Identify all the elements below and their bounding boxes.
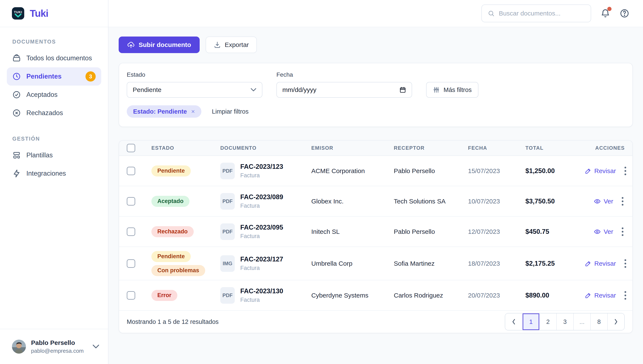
bolt-icon [12,169,21,178]
pagination: 1 2 3 ... 8 [505,313,625,330]
row-checkbox[interactable] [127,228,135,236]
revisar-button[interactable]: Revisar [585,167,616,174]
action-label: Revisar [594,167,616,174]
active-filter-chip[interactable]: Estado: Pendiente × [127,105,201,118]
template-icon [12,151,21,160]
action-label: Ver [604,228,613,235]
sidebar-item-integraciones[interactable]: Integraciones [7,164,101,183]
sidebar-item-label: Rechazados [26,109,63,117]
page-button-1[interactable]: 1 [522,314,539,330]
section-title-gestion: GESTIÓN [7,132,101,146]
pending-count-badge: 3 [86,71,96,82]
page-button-2[interactable]: 2 [539,314,556,330]
doc-id: FAC-2023/127 [240,256,283,263]
brand-header: TUKI Tuki [0,0,108,27]
col-receptor: RECEPTOR [394,145,468,151]
fecha-date-input[interactable]: mm/dd/yyyy [276,82,412,98]
more-filters-label: Más filtros [444,86,472,94]
fecha-cell: 15/07/2023 [468,167,525,174]
main-column: Subir documento Exportar Estado Pendient… [108,0,643,364]
select-all-checkbox[interactable] [127,144,135,152]
sidebar-item-plantillas[interactable]: Plantillas [7,146,101,164]
upload-button-label: Subir documento [139,41,191,48]
status-badge: Aceptado [151,196,189,207]
toolbar: Subir documento Exportar [119,36,633,53]
app-root: TUKI Tuki DOCUMENTOS Todos los documento… [0,0,643,364]
x-circle-icon [12,109,21,117]
file-type-chip: IMG [220,255,235,272]
export-button[interactable]: Exportar [206,36,257,53]
fecha-field: Fecha mm/dd/yyyy [276,71,412,98]
avatar [12,340,26,354]
tuki-logo-icon: TUKI [12,7,24,20]
emisor-cell: Umbrella Corp [311,260,394,267]
receptor-cell: Pablo Persello [394,228,468,235]
col-total: TOTAL [525,145,585,151]
table-row: Aceptado PDF FAC-2023/089 Factura Globex… [119,186,632,216]
upload-document-button[interactable]: Subir documento [119,36,200,53]
action-label: Ver [604,198,613,205]
sidebar-item-aceptados[interactable]: Aceptados [7,86,101,104]
sidebar-item-rechazados[interactable]: Rechazados [7,104,101,122]
revisar-button[interactable]: Revisar [585,260,616,267]
search-box[interactable] [481,4,591,22]
more-filters-button[interactable]: Más filtros [426,82,478,98]
doc-kind: Factura [240,265,283,272]
notifications-button[interactable] [600,8,610,18]
pencil-icon [585,260,591,267]
doc-id: FAC-2023/095 [240,224,283,231]
col-documento: DOCUMENTO [220,145,311,151]
next-page-button[interactable] [607,314,624,330]
estado-label: Estado [127,71,262,78]
sidebar-nav: DOCUMENTOS Todos los documentos Pendient… [0,27,108,329]
sidebar-item-pendientes[interactable]: Pendientes 3 [7,67,101,86]
main-content: Subir documento Exportar Estado Pendient… [108,27,643,364]
row-menu-button[interactable] [623,258,627,269]
row-checkbox[interactable] [127,197,135,206]
action-label: Revisar [594,292,616,299]
help-button[interactable] [620,8,629,18]
download-icon [214,41,221,48]
row-checkbox[interactable] [127,167,135,175]
fecha-cell: 18/07/2023 [468,260,525,267]
chip-close-icon[interactable]: × [191,108,195,115]
user-menu[interactable]: Pablo Persello pablo@empresa.com [0,329,108,364]
revisar-button[interactable]: Revisar [585,292,616,299]
page-button-8[interactable]: 8 [590,314,607,330]
file-type-chip: PDF [220,224,235,240]
archive-icon [12,54,21,62]
sidebar-item-label: Aceptados [26,91,58,98]
sidebar-item-todos[interactable]: Todos los documentos [7,49,101,67]
logo-chevron-icon [15,14,22,18]
doc-kind: Factura [240,233,283,240]
row-menu-button[interactable] [623,290,627,301]
total-cell: $450.75 [525,228,585,236]
section-title-documentos: DOCUMENTOS [7,35,101,49]
total-cell: $1,250.00 [525,167,585,175]
row-menu-button[interactable] [623,166,627,176]
total-cell: $890.00 [525,292,585,299]
clear-filters-link[interactable]: Limpiar filtros [212,108,249,115]
row-checkbox[interactable] [127,259,135,268]
row-checkbox[interactable] [127,291,135,300]
row-menu-button[interactable] [620,196,625,207]
prev-page-button[interactable] [505,314,522,330]
status-badge: Error [151,290,177,301]
help-circle-icon [620,8,629,18]
table-row: Rechazado PDF FAC-2023/095 Factura Inite… [119,216,632,247]
page-ellipsis: ... [573,314,590,330]
pencil-icon [585,168,591,174]
total-cell: $3,750.50 [525,198,585,205]
ver-button[interactable]: Ver [594,198,613,205]
estado-select[interactable]: Pendiente [127,82,262,98]
row-menu-button[interactable] [620,226,625,237]
ver-button[interactable]: Ver [594,228,613,235]
check-circle-icon [12,90,21,99]
search-input[interactable] [499,10,585,17]
search-icon [488,10,495,17]
emisor-cell: Globex Inc. [311,198,394,205]
page-button-3[interactable]: 3 [556,314,573,330]
emisor-cell: Cyberdyne Systems [311,292,394,299]
col-estado: ESTADO [151,145,220,151]
clock-icon [12,72,21,81]
